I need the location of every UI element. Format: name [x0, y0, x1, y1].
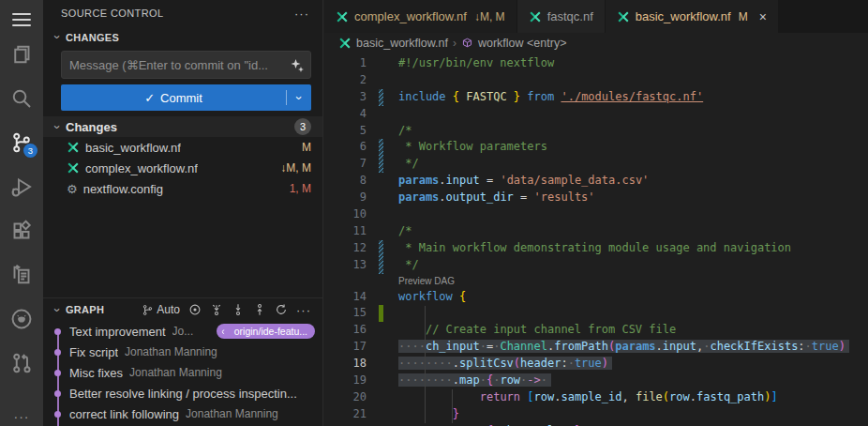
code-text: /*	[398, 223, 412, 240]
codelens-preview-dag[interactable]: Preview DAG	[324, 274, 868, 289]
pull-requests-icon[interactable]	[0, 341, 43, 385]
line-number: 11	[324, 223, 367, 240]
graph-section: › GRAPH Auto ··· Text improvement	[43, 297, 322, 426]
commit-button[interactable]: ✓ Commit ›	[61, 84, 311, 111]
menu-icon[interactable]	[12, 8, 31, 32]
commit-dot-icon	[54, 370, 61, 376]
code-line: 10	[324, 206, 868, 223]
line-number: 2	[324, 72, 367, 89]
commit-dot-icon	[54, 411, 61, 418]
changes-section-header[interactable]: › CHANGES	[43, 26, 322, 48]
code-line: 7 */	[324, 156, 868, 173]
tab-git-decoration: M	[739, 10, 748, 23]
fetch-icon[interactable]	[210, 303, 223, 316]
nextflow-icon	[67, 161, 80, 175]
code-line: 13 */	[324, 257, 868, 274]
cloud-icon	[221, 327, 232, 337]
chevron-down-icon: ›	[292, 93, 307, 102]
indent-guide	[425, 306, 426, 423]
line-number: 5	[324, 123, 367, 140]
file-name: basic_workflow.nf	[85, 141, 181, 155]
code-editor[interactable]: 1#!/usr/bin/env nextflow23include { FAST…	[324, 53, 868, 426]
source-control-icon[interactable]: 3	[0, 120, 43, 164]
code-line: 8params.input = 'data/sample_data.csv'	[324, 173, 868, 190]
code-text: ····ch_input·=·Channel.fromPath(params.i…	[398, 339, 849, 356]
close-icon[interactable]: ×	[759, 9, 767, 24]
code-line: 19········.map·{·row·->·	[324, 373, 868, 389]
code-line: 12 * Main workflow demonstrating module …	[324, 240, 868, 257]
breadcrumb: basic_workflow.nf › workflow <entry>	[324, 33, 868, 53]
code-line: 18········.splitCsv(header:·true)	[324, 356, 868, 373]
code-text: workflow {	[398, 289, 466, 306]
file-row-complex_workflow.nf[interactable]: complex_workflow.nf↓M, M	[43, 158, 322, 178]
line-number: 19	[324, 373, 367, 389]
commit-row[interactable]: Better resolve linking / process inspect…	[43, 383, 322, 403]
changed-files-list: basic_workflow.nfMcomplex_workflow.nf↓M,…	[43, 137, 322, 199]
graph-more-icon[interactable]: ···	[296, 303, 311, 317]
run-debug-icon[interactable]	[0, 164, 43, 208]
gutter-spacer	[379, 223, 383, 240]
file-row-nextflow.config[interactable]: ⚙nextflow.config1, M	[43, 178, 322, 199]
sparkle-icon[interactable]	[290, 58, 305, 73]
vscode-window: 3 ··· SOURCE CONTROL ··· › CHANGES	[0, 0, 868, 426]
code-line: 14workflow {	[324, 289, 868, 306]
chevron-down-icon: ›	[51, 305, 65, 314]
breadcrumb-separator: ›	[453, 37, 456, 50]
refresh-icon[interactable]	[275, 303, 288, 316]
line-number: 4	[324, 106, 367, 123]
code-text: */	[398, 156, 419, 173]
changes-section-label: CHANGES	[66, 32, 119, 43]
graph-auto-label: Auto	[157, 303, 180, 316]
push-icon[interactable]	[253, 303, 266, 316]
gear-icon: ⚙	[67, 183, 78, 195]
explorer-icon[interactable]	[0, 32, 43, 76]
commit-message: correct link following	[69, 407, 179, 421]
code-text: }	[398, 406, 459, 423]
breadcrumb-symbol[interactable]: workflow <entry>	[478, 37, 566, 50]
changes-group-row[interactable]: › Changes 3	[43, 116, 322, 137]
nextflow-icon	[338, 37, 352, 50]
tab-complex_workflow.nf[interactable]: complex_workflow.nf↓M, M	[324, 0, 516, 33]
commit-button-label: Commit	[160, 91, 202, 105]
repo-auto-picker[interactable]: Auto	[142, 303, 180, 316]
document-sync-icon[interactable]	[0, 252, 43, 297]
search-icon[interactable]	[0, 76, 43, 120]
file-row-basic_workflow.nf[interactable]: basic_workflow.nfM	[43, 137, 322, 158]
line-number: 7	[324, 156, 367, 173]
target-icon[interactable]	[188, 303, 202, 316]
pull-icon[interactable]	[232, 303, 245, 316]
github-icon[interactable]	[0, 297, 43, 341]
commit-row[interactable]: correct link followingJonathan Manning	[43, 403, 322, 424]
code-line: 5/*	[324, 123, 868, 140]
breadcrumb-file[interactable]: basic_workflow.nf	[356, 37, 448, 50]
gutter-spacer	[379, 339, 383, 356]
extensions-icon[interactable]	[0, 208, 43, 252]
line-number: 1	[324, 55, 367, 72]
sidebar-more-icon[interactable]: ···	[294, 7, 309, 21]
commit-dropdown-button[interactable]: ›	[287, 91, 311, 105]
line-number: 6	[324, 139, 367, 156]
graph-section-header[interactable]: › GRAPH Auto ···	[43, 298, 322, 321]
line-number: 15	[324, 305, 367, 322]
commit-message-input[interactable]	[62, 58, 310, 72]
code-text: * Workflow parameters	[398, 139, 547, 156]
activity-more-icon[interactable]: ···	[0, 409, 43, 424]
nextflow-icon	[529, 10, 542, 23]
branch-ref-badge: origin/ide-featu...	[217, 324, 315, 339]
tab-title: basic_workflow.nf	[636, 9, 731, 23]
graph-section-label: GRAPH	[66, 304, 104, 315]
commit-row[interactable]: Misc fixesJonathan Manning	[43, 362, 322, 383]
line-number: 9	[324, 190, 367, 206]
tab-title: complex_workflow.nf	[354, 9, 467, 23]
commit-message: Better resolve linking / process inspect…	[69, 387, 297, 401]
tab-basic_workflow.nf[interactable]: basic_workflow.nfM×	[606, 0, 778, 33]
code-line: 3include { FASTQC } from './modules/fast…	[324, 89, 868, 106]
git-decoration: ↓M, M	[280, 161, 311, 175]
symbol-namespace-icon	[461, 38, 473, 50]
commit-row[interactable]: Fix scriptJonathan Manning	[43, 342, 322, 362]
gutter-spacer	[379, 406, 383, 423]
line-number: 3	[324, 89, 367, 106]
tab-fastqc.nf[interactable]: fastqc.nf	[517, 0, 605, 33]
commit-row[interactable]: Text improvementJo...origin/ide-featu...	[43, 321, 322, 342]
code-line: 20 return [row.sample_id, file(row.fastq…	[324, 389, 868, 406]
